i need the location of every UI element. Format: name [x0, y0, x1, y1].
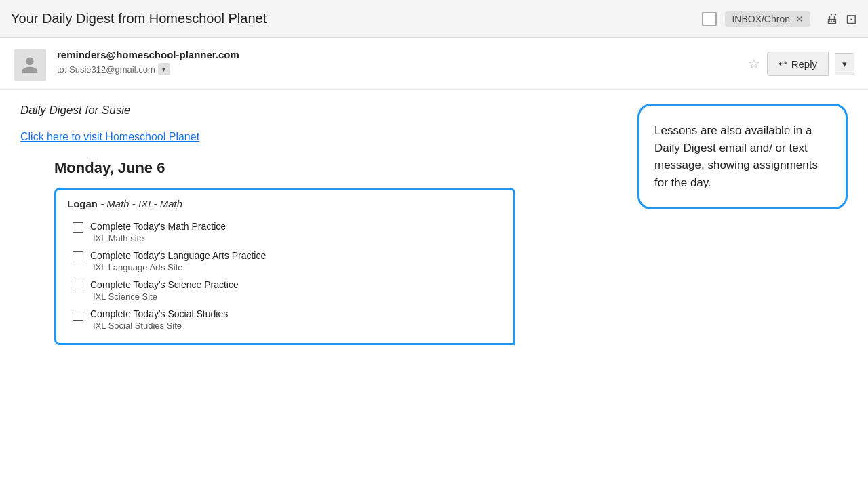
email-body: Lessons are also available in a Daily Di… — [0, 90, 868, 359]
task-content-3: Complete Today's Social Studies IXL Soci… — [90, 308, 228, 331]
task-title-0: Complete Today's Math Practice — [90, 221, 226, 232]
student-name: Logan — [67, 198, 98, 209]
expand-icon[interactable]: ⊡ — [846, 11, 857, 27]
task-content-1: Complete Today's Language Arts Practice … — [90, 250, 266, 272]
to-line: to: Susie312@gmail.com ▾ — [57, 63, 748, 75]
task-title-3: Complete Today's Social Studies — [90, 308, 228, 319]
task-subtitle-1: IXL Language Arts Site — [90, 262, 266, 272]
tooltip-box: Lessons are also available in a Daily Di… — [637, 104, 848, 209]
task-subtitle-3: IXL Social Studies Site — [90, 321, 228, 331]
sender-email: reminders@homeschool-planner.com — [57, 49, 748, 60]
inbox-tab[interactable]: INBOX/Chron ✕ — [725, 11, 810, 27]
sender-info: reminders@homeschool-planner.com to: Sus… — [57, 49, 748, 75]
checkbox-icon[interactable] — [702, 12, 717, 26]
email-title: Your Daily Digest from Homeschool Planet — [11, 11, 702, 26]
task-subtitle-0: IXL Math site — [90, 233, 226, 243]
task-title-2: Complete Today's Science Practice — [90, 279, 239, 290]
print-icon[interactable]: 🖨 — [825, 11, 839, 26]
task-checkbox-3[interactable] — [73, 310, 83, 321]
inbox-tab-label: INBOX/Chron — [732, 14, 790, 24]
tooltip-text: Lessons are also available in a Daily Di… — [654, 124, 818, 189]
visit-homeschool-planet-link[interactable]: Click here to visit Homeschool Planet — [20, 131, 199, 143]
email-header: reminders@homeschool-planner.com to: Sus… — [0, 38, 868, 90]
reply-label: Reply — [791, 58, 817, 70]
assignments-card: Logan - Math - IXL- Math Complete Today'… — [54, 188, 515, 345]
avatar — [14, 49, 46, 81]
subject-label: - Math - IXL- Math — [100, 198, 182, 209]
task-item-0: Complete Today's Math Practice IXL Math … — [56, 216, 513, 245]
task-content-2: Complete Today's Science Practice IXL Sc… — [90, 279, 239, 302]
task-checkbox-1[interactable] — [73, 251, 83, 262]
inbox-close-icon[interactable]: ✕ — [795, 14, 804, 24]
reply-button[interactable]: ↩ Reply — [767, 52, 829, 76]
task-checkbox-2[interactable] — [73, 281, 83, 291]
task-title-1: Complete Today's Language Arts Practice — [90, 250, 266, 261]
student-header: Logan - Math - IXL- Math — [56, 190, 513, 216]
to-text: to: Susie312@gmail.com — [57, 64, 155, 75]
task-subtitle-2: IXL Science Site — [90, 291, 239, 302]
task-content-0: Complete Today's Math Practice IXL Math … — [90, 221, 226, 243]
reply-arrow-icon: ↩ — [778, 58, 787, 70]
task-checkbox-0[interactable] — [73, 222, 83, 233]
star-icon[interactable]: ☆ — [748, 56, 760, 72]
task-item-2: Complete Today's Science Practice IXL Sc… — [56, 274, 513, 303]
reply-dropdown-button[interactable]: ▾ — [835, 53, 854, 75]
header-actions: ☆ ↩ Reply ▾ — [748, 52, 854, 76]
task-item-1: Complete Today's Language Arts Practice … — [56, 245, 513, 274]
to-dropdown-button[interactable]: ▾ — [158, 63, 170, 75]
task-item-3: Complete Today's Social Studies IXL Soci… — [56, 303, 513, 332]
top-bar: Your Daily Digest from Homeschool Planet… — [0, 0, 868, 38]
tasks-list: Complete Today's Math Practice IXL Math … — [56, 216, 513, 332]
